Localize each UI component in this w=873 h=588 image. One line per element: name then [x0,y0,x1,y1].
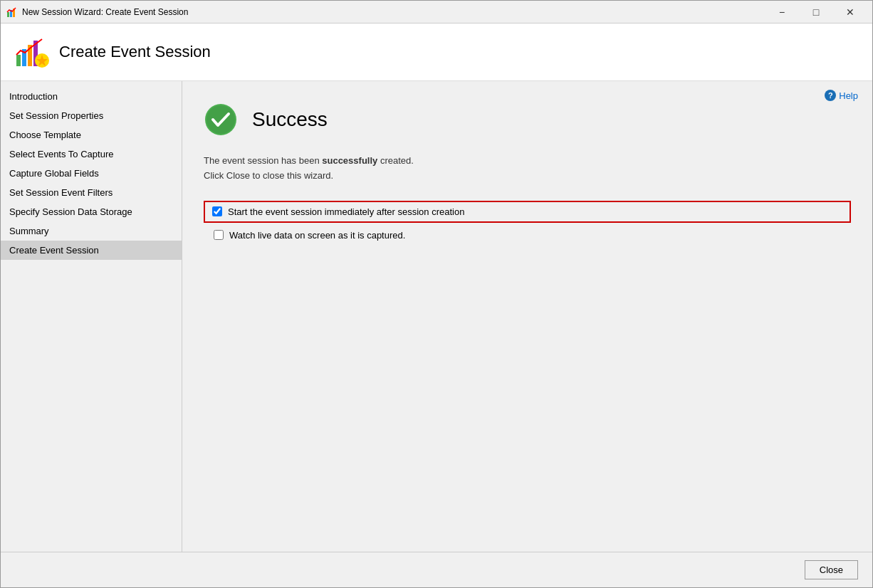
content-area: ? Help Success The event session has bee… [182,81,872,552]
sidebar-item-create-event-session[interactable]: Create Event Session [1,241,182,260]
header-area: Create Event Session [1,23,872,81]
success-title: Success [252,108,328,131]
success-message-line2: Click Close to close this wizard. [204,170,333,181]
success-section: Success [204,103,851,137]
main-content: Introduction Set Session Properties Choo… [1,81,872,552]
sidebar-item-set-session-event-filters[interactable]: Set Session Event Filters [1,183,182,202]
svg-rect-3 [16,55,21,66]
main-window: New Session Wizard: Create Event Session… [0,0,873,588]
window-icon [6,6,18,18]
start-session-label[interactable]: Start the event session immediately afte… [228,206,464,217]
title-bar-text: New Session Wizard: Create Event Session [22,7,765,17]
header-icon [15,35,49,69]
help-link[interactable]: ? Help [825,90,858,101]
sidebar-item-specify-session-data[interactable]: Specify Session Data Storage [1,202,182,221]
sidebar-item-choose-template[interactable]: Choose Template [1,125,182,145]
sidebar-item-select-events[interactable]: Select Events To Capture [1,145,182,164]
maximize-button[interactable]: □ [800,1,832,23]
sidebar-item-set-session-properties[interactable]: Set Session Properties [1,106,182,125]
checkbox-group: Start the event session immediately afte… [204,201,851,241]
start-session-checkbox[interactable] [212,206,222,216]
footer: Close [1,552,872,587]
sidebar-item-summary[interactable]: Summary [1,221,182,241]
title-bar-controls: − □ ✕ [765,1,867,23]
page-title: Create Event Session [59,43,211,61]
watch-live-data-checkbox[interactable] [214,230,224,240]
title-bar: New Session Wizard: Create Event Session… [1,1,872,23]
sidebar-item-capture-global-fields[interactable]: Capture Global Fields [1,164,182,183]
success-icon [204,103,238,137]
watch-live-data-checkbox-container: Watch live data on screen as it is captu… [204,230,851,241]
success-message-line1: The event session has been successfully … [204,155,414,166]
svg-point-10 [207,105,235,134]
help-icon: ? [825,90,836,101]
success-message: The event session has been successfully … [204,154,851,184]
close-button[interactable]: Close [805,560,858,579]
minimize-button[interactable]: − [765,1,798,23]
watch-live-data-label[interactable]: Watch live data on screen as it is captu… [229,230,405,241]
sidebar: Introduction Set Session Properties Choo… [1,81,182,552]
start-session-checkbox-container: Start the event session immediately afte… [204,201,851,223]
sidebar-item-introduction[interactable]: Introduction [1,87,182,106]
window-close-button[interactable]: ✕ [834,1,867,23]
svg-rect-0 [7,12,9,17]
